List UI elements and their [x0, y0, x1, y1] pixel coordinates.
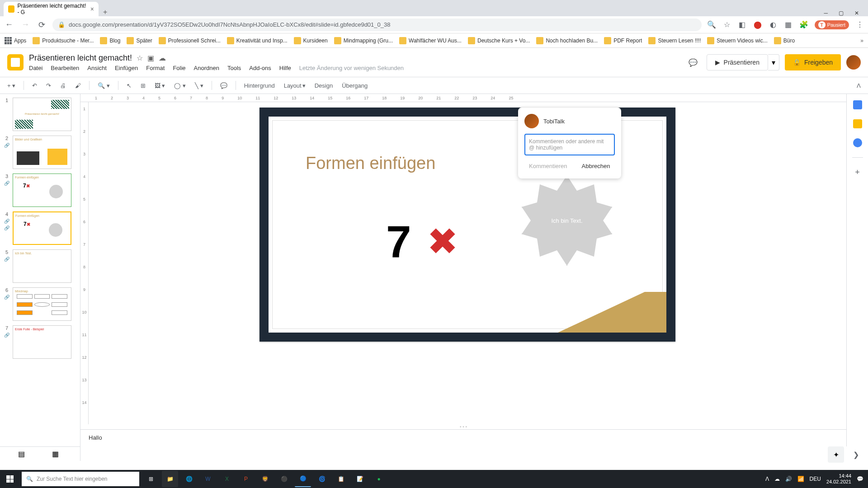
- task-view-icon[interactable]: ⊞: [143, 471, 159, 487]
- onedrive-icon[interactable]: ☁: [774, 476, 780, 482]
- new-tab-button[interactable]: +: [99, 8, 112, 16]
- present-dropdown[interactable]: ▾: [768, 54, 779, 70]
- zoom-icon[interactable]: 🔍: [707, 20, 716, 29]
- profile-badge[interactable]: T Pausiert: [815, 20, 849, 29]
- app-icon-2[interactable]: 📋: [333, 471, 349, 487]
- select-tool[interactable]: ↖: [124, 80, 134, 91]
- grid-view-icon[interactable]: ▦: [52, 450, 59, 458]
- edge-app-icon[interactable]: 🌀: [314, 471, 330, 487]
- design-button[interactable]: Design: [312, 80, 335, 91]
- layout-button[interactable]: Layout ▾: [281, 80, 308, 91]
- collapse-toolbar-icon[interactable]: ᐱ: [854, 80, 863, 91]
- notepad-icon[interactable]: 📝: [352, 471, 368, 487]
- move-doc-icon[interactable]: ▣: [147, 54, 154, 62]
- menu-format[interactable]: Format: [146, 65, 165, 71]
- thumb[interactable]: Erste Folie - Beispiel: [13, 325, 71, 359]
- slide-thumbnail-4[interactable]: 4🔗🔗 Formen einfügen 7✖: [0, 211, 80, 249]
- slide-thumbnail-5[interactable]: 5🔗 Ich bin Test.: [0, 249, 80, 286]
- bookmark-item[interactable]: Steuern Lesen !!!!: [648, 37, 701, 44]
- menu-edit[interactable]: Bearbeiten: [51, 65, 79, 71]
- close-window-icon[interactable]: ✕: [854, 10, 859, 16]
- thumb[interactable]: Formen einfügen 7✖: [13, 174, 71, 207]
- slide-thumbnail-3[interactable]: 3🔗 Formen einfügen 7✖: [0, 173, 80, 211]
- comment-submit-button[interactable]: Kommentieren: [524, 160, 572, 172]
- app-icon[interactable]: 🦁: [257, 471, 273, 487]
- comment-history-button[interactable]: 💬: [685, 54, 701, 70]
- explorer-icon[interactable]: 📁: [162, 471, 178, 487]
- menu-help[interactable]: Hilfe: [279, 65, 291, 71]
- calendar-icon[interactable]: [853, 100, 862, 109]
- thumb[interactable]: Formen einfügen 7✖: [13, 211, 71, 245]
- bookmark-item[interactable]: Professionell Schrei...: [159, 37, 221, 44]
- volume-icon[interactable]: 🔊: [785, 476, 792, 482]
- save-status[interactable]: Letzte Änderung vor wenigen Sekunden: [299, 65, 404, 71]
- chevron-right-icon[interactable]: ❯: [853, 450, 859, 459]
- bookmark-item[interactable]: Noch hochladen Bu...: [536, 37, 598, 44]
- extension-icon-3[interactable]: ◐: [769, 20, 778, 29]
- speaker-notes[interactable]: Hallo: [80, 429, 846, 446]
- word-icon[interactable]: W: [200, 471, 216, 487]
- tasks-icon[interactable]: [853, 138, 862, 147]
- menu-file[interactable]: Datei: [29, 65, 42, 71]
- present-button[interactable]: ▶ Präsentieren: [707, 54, 768, 70]
- new-slide-button[interactable]: + ▾: [5, 80, 18, 91]
- bookmark-item[interactable]: Kreativität und Insp...: [227, 37, 288, 44]
- star-icon[interactable]: ☆: [722, 20, 731, 29]
- seven-text[interactable]: 7: [386, 216, 411, 268]
- wifi-icon[interactable]: 📶: [797, 476, 804, 482]
- bookmark-item[interactable]: Büro: [774, 37, 795, 44]
- excel-icon[interactable]: X: [219, 471, 235, 487]
- slide-title-text[interactable]: Formen einfügen: [306, 154, 435, 173]
- shape-tool[interactable]: ◯ ▾: [171, 80, 189, 91]
- powerpoint-icon[interactable]: P: [238, 471, 254, 487]
- extension-icon-2[interactable]: ⬤: [753, 20, 762, 29]
- menu-insert[interactable]: Einfügen: [115, 65, 138, 71]
- comment-tool[interactable]: 💬: [217, 80, 230, 91]
- back-button[interactable]: ←: [4, 20, 14, 29]
- extensions-menu-icon[interactable]: 🧩: [799, 20, 808, 29]
- extension-icon[interactable]: ◧: [738, 20, 747, 29]
- menu-icon[interactable]: ⋮: [855, 20, 864, 29]
- zoom-button[interactable]: 🔍 ▾: [95, 80, 113, 91]
- explore-button[interactable]: ✦: [828, 446, 844, 463]
- doc-title[interactable]: Präsentieren leicht gemacht!: [29, 53, 132, 63]
- reload-button[interactable]: ⟳: [36, 20, 47, 30]
- bookmark-item[interactable]: Produktsuche - Mer...: [33, 37, 94, 44]
- keep-icon[interactable]: [853, 119, 862, 128]
- minimize-icon[interactable]: ─: [824, 10, 828, 16]
- bookmarks-overflow-icon[interactable]: »: [860, 38, 863, 44]
- start-button[interactable]: [0, 470, 20, 488]
- bookmark-item[interactable]: Wahlfächer WU Aus...: [399, 37, 462, 44]
- forward-button[interactable]: →: [20, 20, 31, 29]
- bookmark-item[interactable]: Deutsche Kurs + Vo...: [468, 37, 530, 44]
- clock[interactable]: 14:44 24.02.2021: [826, 473, 851, 485]
- background-button[interactable]: Hintergrund: [241, 80, 278, 91]
- shape-text[interactable]: Ich bin Text.: [551, 217, 582, 224]
- menu-tools[interactable]: Tools: [227, 65, 241, 71]
- bookmark-item[interactable]: Kursideen: [294, 37, 328, 44]
- language-indicator[interactable]: DEU: [810, 476, 821, 482]
- bookmark-item[interactable]: Steuern Videos wic...: [707, 37, 768, 44]
- transition-button[interactable]: Übergang: [339, 80, 370, 91]
- slide-thumbnail-2[interactable]: 2🔗 Bilder und Grafiken: [0, 135, 80, 173]
- close-tab-icon[interactable]: ×: [90, 5, 94, 13]
- share-button[interactable]: 🔒 Freigeben: [785, 54, 841, 70]
- textbox-tool[interactable]: ⊞: [138, 80, 148, 91]
- red-x-shape[interactable]: [429, 227, 456, 254]
- filmstrip-view-icon[interactable]: ▤: [18, 450, 25, 458]
- taskbar-search[interactable]: 🔍 Zur Suche Text hier eingeben: [22, 472, 139, 486]
- bookmark-item[interactable]: PDF Report: [604, 37, 642, 44]
- apps-shortcut[interactable]: Apps: [5, 37, 26, 44]
- star-doc-icon[interactable]: ☆: [137, 54, 143, 62]
- extension-icon-4[interactable]: ▦: [784, 20, 793, 29]
- url-bar[interactable]: 🔒 docs.google.com/presentation/d/1yV372S…: [52, 19, 702, 31]
- thumb[interactable]: Mindmap: [13, 287, 71, 321]
- slide-thumbnail-6[interactable]: 6🔗 Mindmap: [0, 286, 80, 324]
- slide-panel[interactable]: 1 Präsentieren leicht gemacht! 2🔗 Bilder…: [0, 94, 80, 446]
- menu-view[interactable]: Ansicht: [87, 65, 107, 71]
- notifications-icon[interactable]: 💬: [857, 476, 863, 482]
- menu-slide[interactable]: Folie: [173, 65, 185, 71]
- chrome-icon[interactable]: 🔵: [295, 471, 311, 487]
- add-panel-icon[interactable]: +: [855, 168, 860, 177]
- print-button[interactable]: 🖨: [57, 80, 69, 91]
